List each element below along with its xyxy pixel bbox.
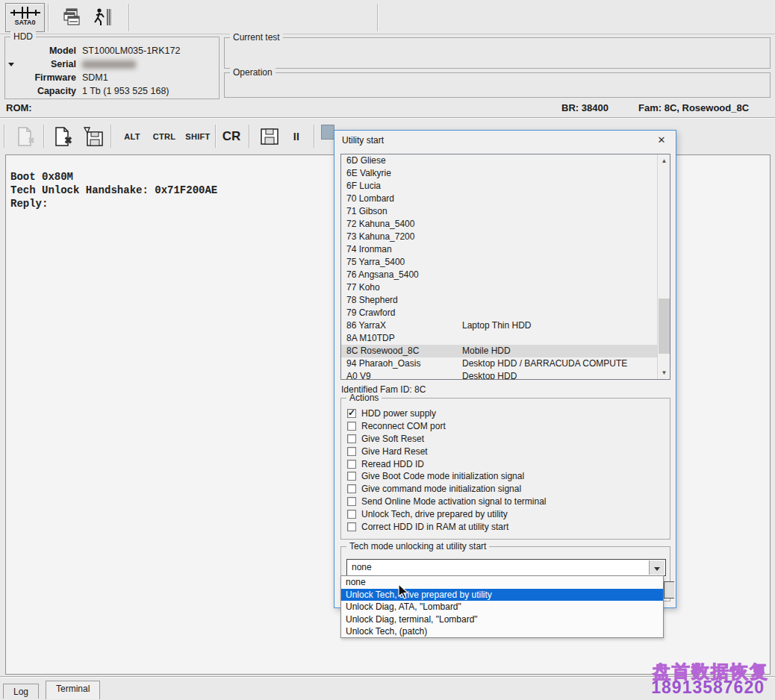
toolbar-separator xyxy=(377,4,379,31)
list-scrollbar[interactable]: ▲ ▼ xyxy=(657,154,670,379)
cascade-windows-icon xyxy=(62,7,81,27)
serial-value-blurred xyxy=(82,60,136,69)
running-man-exit-icon xyxy=(92,7,114,27)
action-boot-code-init-signal[interactable]: Give Boot Code mode initialization signa… xyxy=(347,470,546,483)
terminal-line: Boot 0x80M xyxy=(10,171,73,183)
action-give-hard-reset[interactable]: Give Hard Reset xyxy=(347,445,546,457)
checkbox[interactable] xyxy=(347,510,356,519)
scroll-up-icon[interactable]: ▲ xyxy=(658,154,670,167)
model-label: Model xyxy=(5,46,76,56)
dropdown-option-unlock-diag-terminal-lombard[interactable]: Unlock Diag, terminal, "Lombard" xyxy=(341,613,663,626)
action-reconnect-com-port[interactable]: Reconnect COM port xyxy=(347,420,546,433)
model-value: ST1000LM035-1RK172 xyxy=(82,46,180,56)
terminal-line: Reply: xyxy=(10,198,48,210)
action-hdd-power-supply[interactable]: HDD power supply xyxy=(347,407,546,420)
ctrl-key-button[interactable]: CTRL xyxy=(149,125,179,149)
checkbox[interactable] xyxy=(347,522,356,531)
list-item-selected-family[interactable]: 8C Rosewood_8CMobile HDD xyxy=(341,345,658,357)
actions-group: Actions HDD power supply Reconnect COM p… xyxy=(340,398,670,540)
current-test-legend: Current test xyxy=(230,32,283,43)
action-send-online-mode-signal[interactable]: Send Online Mode activation signal to te… xyxy=(347,496,546,508)
action-correct-hdd-id-ram[interactable]: Correct HDD ID in RAM at utility start xyxy=(347,520,546,533)
hdd-panel-legend: HDD xyxy=(10,31,36,42)
current-test-panel: Current test xyxy=(224,37,771,69)
toolbar-separator xyxy=(48,4,49,31)
family-value: Fam: 8C, Rosewood_8C xyxy=(638,102,749,113)
list-item[interactable]: 74 Ironman xyxy=(341,243,658,256)
page-gear-icon xyxy=(54,126,73,147)
action-command-mode-init-signal[interactable]: Give command mode initialization signal xyxy=(347,483,546,496)
checkbox[interactable] xyxy=(347,447,356,456)
dropdown-option-none[interactable]: none xyxy=(341,576,663,589)
floppy-disk-icon xyxy=(260,128,279,146)
tech-mode-combobox[interactable]: none xyxy=(346,559,666,576)
toolbar-separator xyxy=(314,125,315,148)
list-item[interactable]: 76 Angsana_5400 xyxy=(341,269,658,281)
combobox-value: none xyxy=(352,562,372,572)
checkbox[interactable] xyxy=(347,434,356,443)
list-item[interactable]: 6D Gliese xyxy=(341,154,658,167)
windows-manager-button[interactable] xyxy=(60,6,84,28)
checkbox[interactable] xyxy=(347,422,356,431)
checkbox[interactable] xyxy=(347,497,356,506)
list-item[interactable]: 77 Koho xyxy=(341,281,658,294)
action-unlock-tech-prepared[interactable]: Unlock Tech, drive prepared by utility xyxy=(347,507,546,520)
hdd-panel: HDD Model ST1000LM035-1RK172 Serial Firm… xyxy=(4,37,220,99)
chevron-down-icon[interactable] xyxy=(649,560,664,575)
dropdown-option-unlock-diag-ata-lombard[interactable]: Unlock Diag, ATA, "Lombard" xyxy=(341,601,663,613)
list-item[interactable]: 6F Lucia xyxy=(341,180,658,193)
dropdown-option-unlock-tech-prepared[interactable]: Unlock Tech, drive prepared by utility xyxy=(341,589,663,601)
list-item[interactable]: 79 Crawford xyxy=(341,307,658,319)
sata0-port-button[interactable]: SATA0 xyxy=(5,3,45,32)
operation-legend: Operation xyxy=(230,67,276,78)
checkbox[interactable] xyxy=(347,460,356,469)
list-item[interactable]: A0 V9Desktop HDD xyxy=(341,370,658,380)
tab-terminal[interactable]: Terminal xyxy=(46,681,100,699)
utility-start-dialog: Utility start ✕ 6D Gliese 6E Valkyrie 6F… xyxy=(334,130,676,608)
tab-log[interactable]: Log xyxy=(3,684,39,699)
list-item[interactable]: 70 Lombard xyxy=(341,193,658,205)
partially-hidden-start-button[interactable] xyxy=(664,581,674,599)
tech-mode-dropdown-list: none Unlock Tech, drive prepared by util… xyxy=(340,575,664,638)
list-item[interactable]: 72 Kahuna_5400 xyxy=(341,218,658,231)
toolbar-separator xyxy=(215,125,217,148)
checkbox[interactable] xyxy=(347,472,356,481)
sata0-label: SATA0 xyxy=(6,19,44,26)
actions-legend: Actions xyxy=(346,393,382,403)
cr-button[interactable]: CR xyxy=(218,125,245,149)
action-reread-hdd-id[interactable]: Reread HDD ID xyxy=(347,457,546,470)
save-arrow-floppy-icon xyxy=(83,126,105,147)
save-script-button[interactable] xyxy=(81,125,108,149)
scroll-down-icon[interactable]: ▼ xyxy=(658,366,670,379)
list-item[interactable]: 86 YarraXLaptop Thin HDD xyxy=(341,319,658,332)
shift-key-button[interactable]: SHIFT xyxy=(182,125,214,149)
scrollbar-thumb[interactable] xyxy=(659,299,670,354)
list-item[interactable]: 73 Kahuna_7200 xyxy=(341,231,658,243)
checkbox[interactable] xyxy=(347,484,356,493)
action-give-soft-reset[interactable]: Give Soft Reset xyxy=(347,433,546,446)
save-log-button[interactable] xyxy=(257,125,282,149)
alt-key-button[interactable]: ALT xyxy=(119,125,145,149)
list-item[interactable]: 6E Valkyrie xyxy=(341,167,658,180)
pause-button[interactable]: II xyxy=(285,125,308,149)
capacity-value: 1 Tb (1 953 525 168) xyxy=(82,86,169,96)
list-item[interactable]: 94 Pharaoh_OasisDesktop HDD / BARRACUDA … xyxy=(341,357,658,370)
list-item[interactable]: 71 Gibson xyxy=(341,205,658,218)
list-item[interactable]: 78 Shepherd xyxy=(341,294,658,307)
toolbar-separator xyxy=(249,125,250,148)
partially-hidden-toolbar-icon xyxy=(321,125,334,140)
dropdown-option-unlock-tech-patch[interactable]: Unlock Tech, (patch) xyxy=(341,625,663,638)
checkbox[interactable] xyxy=(347,409,356,418)
close-icon[interactable]: ✕ xyxy=(650,132,673,149)
app-window: SATA0 H xyxy=(0,0,775,700)
list-item[interactable]: 8A M10TDP xyxy=(341,332,658,345)
exit-button[interactable] xyxy=(91,6,115,28)
baud-rate-value: BR: 38400 xyxy=(561,102,609,113)
family-list[interactable]: 6D Gliese 6E Valkyrie 6F Lucia 70 Lombar… xyxy=(340,154,670,380)
capacity-label: Capacity xyxy=(5,86,76,96)
run-script-button-disabled xyxy=(13,125,39,149)
list-item[interactable]: 75 Yarra_5400 xyxy=(341,256,658,269)
open-script-button[interactable] xyxy=(51,125,76,149)
toolbar-separator xyxy=(43,125,45,148)
rom-label: ROM: xyxy=(6,102,32,113)
